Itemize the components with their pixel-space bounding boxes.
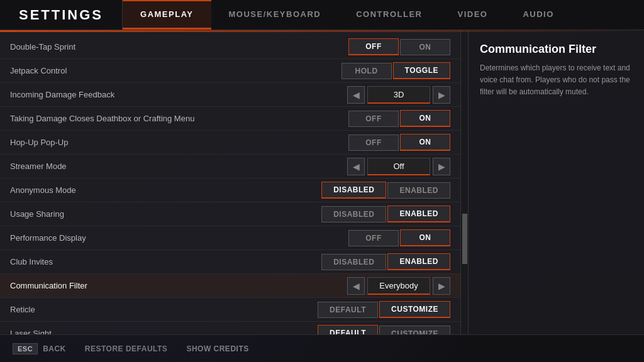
setting-hop-up-popup: Hop-Up Pop-Up Off On [0, 131, 460, 155]
esc-key: ESC [13, 343, 38, 354]
toggle-disabled-btn[interactable]: Disabled [321, 254, 386, 270]
setting-usage-sharing: Usage Sharing Disabled Enabled [0, 202, 460, 226]
toggle-hold-btn[interactable]: Hold [341, 63, 392, 79]
arrow-right-btn[interactable]: ▶ [433, 158, 450, 175]
restore-defaults-label: Restore Defaults [85, 344, 168, 353]
setting-control: Disabled Enabled [321, 182, 450, 199]
setting-control: Default Customize [318, 301, 450, 318]
toggle-on-btn[interactable]: On [400, 134, 450, 151]
toggle-customize-btn[interactable]: Customize [379, 301, 450, 318]
tab-mouse-keyboard[interactable]: MOUSE/KEYBOARD [211, 0, 339, 30]
info-panel-title: Communication Filter [480, 43, 633, 56]
main-content: Double-Tap Sprint Off On Jetpack Control… [0, 30, 644, 334]
setting-control: Disabled Enabled [321, 206, 450, 222]
setting-label: Laser Sight [10, 329, 318, 334]
setting-label: Jetpack Control [10, 66, 341, 75]
header: SETTINGS GAMEPLAY MOUSE/KEYBOARD CONTROL… [0, 0, 644, 30]
setting-label: Incoming Damage Feedback [10, 90, 347, 99]
toggle-off-btn[interactable]: Off [348, 38, 399, 55]
setting-laser-sight: Laser Sight Default Customize [0, 322, 460, 334]
setting-label: Double-Tap Sprint [10, 42, 348, 52]
setting-reticle: Reticle Default Customize [0, 298, 460, 322]
setting-communication-filter: Communication Filter ◀ Everybody ▶ [0, 274, 460, 298]
arrow-left-btn[interactable]: ◀ [347, 158, 365, 175]
toggle-enabled-btn[interactable]: Enabled [387, 182, 450, 199]
setting-performance-display: Performance Display Off On [0, 226, 460, 250]
setting-club-invites: Club Invites Disabled Enabled [0, 250, 460, 274]
toggle-default-btn[interactable]: Default [318, 325, 378, 334]
arrow-right-btn[interactable]: ▶ [433, 86, 450, 104]
setting-control: Off On [348, 38, 450, 55]
toggle-disabled-btn[interactable]: Disabled [321, 206, 386, 222]
setting-control: Hold Toggle [341, 62, 450, 79]
setting-control: Default Customize [318, 325, 450, 334]
setting-control: Off On [348, 229, 450, 246]
setting-incoming-damage: Incoming Damage Feedback ◀ 3D ▶ [0, 83, 460, 107]
arrow-right-btn[interactable]: ▶ [433, 277, 450, 295]
toggle-off-btn[interactable]: Off [348, 111, 399, 127]
arrow-value: Off [367, 158, 430, 175]
setting-label: Hop-Up Pop-Up [10, 138, 348, 147]
setting-label: Streamer Mode [10, 162, 347, 171]
toggle-on-btn[interactable]: On [400, 39, 450, 55]
toggle-on-btn[interactable]: On [400, 229, 450, 246]
setting-label: Communication Filter [10, 281, 347, 290]
footer-back[interactable]: ESC Back [13, 343, 66, 354]
toggle-enabled-btn[interactable]: Enabled [387, 206, 450, 222]
arrow-control: ◀ 3D ▶ [347, 86, 450, 104]
toggle-toggle-btn[interactable]: Toggle [393, 62, 450, 79]
nav-tabs: GAMEPLAY MOUSE/KEYBOARD CONTROLLER VIDEO… [123, 0, 572, 30]
top-divider [0, 30, 644, 32]
setting-jetpack-control: Jetpack Control Hold Toggle [0, 59, 460, 83]
arrow-left-btn[interactable]: ◀ [347, 86, 365, 104]
setting-control: Disabled Enabled [321, 253, 450, 270]
app-title: SETTINGS [0, 0, 123, 30]
setting-streamer-mode: Streamer Mode ◀ Off ▶ [0, 155, 460, 178]
arrow-left-btn[interactable]: ◀ [347, 277, 365, 295]
setting-double-tap-sprint: Double-Tap Sprint Off On [0, 35, 460, 59]
setting-label: Taking Damage Closes Deathbox or Craftin… [10, 114, 348, 123]
arrow-value: Everybody [367, 277, 430, 295]
toggle-off-btn[interactable]: Off [348, 134, 399, 151]
setting-control: Off On [348, 110, 450, 127]
settings-panel: Double-Tap Sprint Off On Jetpack Control… [0, 30, 460, 334]
setting-label: Reticle [10, 305, 318, 314]
arrow-control: ◀ Everybody ▶ [347, 277, 450, 295]
setting-taking-damage: Taking Damage Closes Deathbox or Craftin… [0, 107, 460, 131]
toggle-customize-btn[interactable]: Customize [379, 326, 450, 335]
setting-anonymous-mode: Anonymous Mode Disabled Enabled [0, 178, 460, 202]
toggle-on-btn[interactable]: On [400, 110, 450, 127]
tab-gameplay[interactable]: GAMEPLAY [123, 0, 211, 30]
back-label: Back [43, 344, 66, 353]
scrollbar-thumb[interactable] [462, 214, 467, 264]
info-panel: Communication Filter Determines which pl… [468, 30, 644, 334]
toggle-off-btn[interactable]: Off [348, 230, 399, 246]
setting-label: Anonymous Mode [10, 185, 321, 195]
toggle-default-btn[interactable]: Default [318, 302, 378, 318]
scrollbar-track[interactable] [460, 30, 468, 334]
setting-label: Club Invites [10, 257, 321, 266]
footer-restore-defaults[interactable]: Restore Defaults [85, 344, 168, 353]
arrow-value: 3D [367, 86, 430, 104]
footer: ESC Back Restore Defaults Show Credits [0, 334, 644, 362]
tab-audio[interactable]: AUDIO [505, 0, 571, 30]
setting-control: Off On [348, 134, 450, 151]
toggle-enabled-btn[interactable]: Enabled [387, 253, 450, 270]
toggle-disabled-btn[interactable]: Disabled [321, 182, 386, 199]
tab-video[interactable]: VIDEO [440, 0, 505, 30]
tab-controller[interactable]: CONTROLLER [338, 0, 440, 30]
setting-label: Performance Display [10, 233, 348, 243]
show-credits-label: Show Credits [186, 344, 248, 353]
arrow-control: ◀ Off ▶ [347, 158, 450, 175]
setting-label: Usage Sharing [10, 209, 321, 219]
footer-show-credits[interactable]: Show Credits [186, 344, 248, 353]
info-panel-description: Determines which players to receive text… [480, 62, 633, 99]
